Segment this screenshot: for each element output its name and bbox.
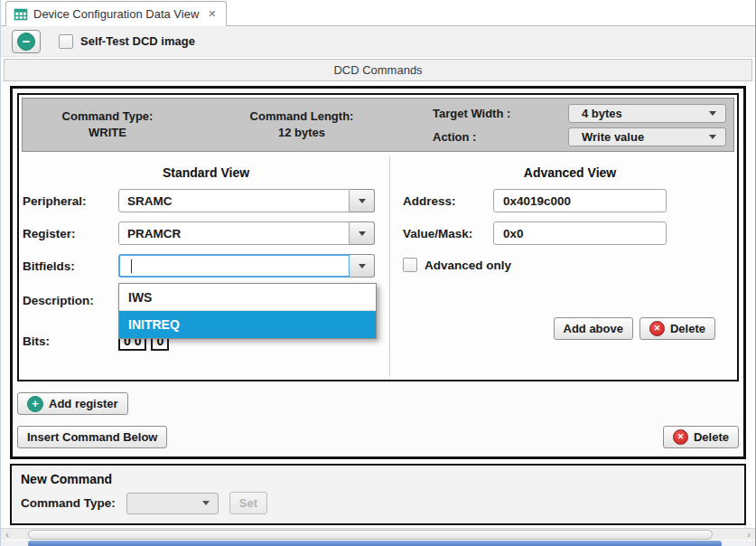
outer-scrollbar[interactable] [1, 541, 755, 546]
target-width-value: 4 bytes [582, 107, 622, 120]
self-test-dcd-row: Self-Test DCD image [59, 34, 195, 49]
bitfields-dropdown-button[interactable] [350, 254, 375, 278]
register-value: PRAMCR [118, 221, 350, 245]
bitfields-label: Bitfields: [23, 259, 118, 273]
collapse-button[interactable]: − [12, 30, 41, 53]
action-label: Action : [433, 130, 568, 144]
command-container: Command Type: WRITE Command Length: 12 b… [10, 86, 746, 459]
new-command-type-select[interactable] [126, 493, 219, 514]
command-length-value: 12 bytes [198, 125, 406, 141]
command-type-block: Command Type: WRITE [44, 108, 171, 141]
delete-x-icon: ✕ [673, 429, 688, 445]
standard-view-panel: Standard View Peripheral: SRAMC Register… [19, 155, 389, 377]
chevron-down-icon [709, 135, 716, 139]
command-options-block: Target Width : 4 bytes Action : Write va… [406, 104, 733, 146]
action-value: Write value [582, 130, 644, 144]
description-label: Description: [23, 294, 118, 307]
command-type-value: WRITE [44, 125, 171, 141]
peripheral-combo[interactable]: SRAMC [118, 189, 375, 212]
chevron-down-icon [359, 231, 366, 236]
bitfields-combo[interactable] [118, 254, 375, 278]
set-button[interactable]: Set [229, 492, 267, 514]
register-row: Register: PRAMCR [23, 221, 389, 245]
bitfields-row: Bitfields: [23, 254, 389, 278]
command-length-label: Command Length: [198, 108, 406, 125]
self-test-dcd-label: Self-Test DCD image [80, 34, 195, 48]
scrollbar-thumb[interactable] [28, 530, 713, 540]
target-width-label: Target Width : [433, 107, 568, 120]
chevron-down-icon [359, 199, 366, 203]
command-summary-header: Command Type: WRITE Command Length: 12 b… [22, 98, 734, 152]
advanced-only-label: Advanced only [425, 259, 511, 272]
advanced-view-title: Advanced View [403, 165, 737, 180]
peripheral-row: Peripheral: SRAMC [23, 189, 389, 212]
register-combo[interactable]: PRAMCR [118, 221, 375, 245]
horizontal-scrollbar[interactable]: ‹ › [1, 528, 755, 540]
value-mask-label: Value/Mask: [403, 227, 493, 240]
delete-command-button[interactable]: ✕ Delete [663, 426, 739, 448]
add-above-button[interactable]: Add above [554, 317, 633, 340]
target-width-select[interactable]: 4 bytes [568, 104, 726, 123]
insert-command-below-button[interactable]: Insert Command Below [17, 426, 167, 448]
bits-label: Bits: [23, 334, 118, 348]
view-toolbar: − Self-Test DCD image [1, 26, 755, 57]
editor-tab-bar: Device Configuration Data View ✕ [1, 0, 755, 26]
register-dropdown-button[interactable] [350, 221, 375, 245]
self-test-dcd-checkbox[interactable] [59, 34, 73, 49]
plus-circle-icon: + [27, 396, 43, 412]
add-register-button[interactable]: + Add register [17, 392, 128, 415]
tab-device-configuration-data-view[interactable]: Device Configuration Data View ✕ [5, 1, 227, 26]
new-command-box: New Command Command Type: Set [10, 464, 746, 525]
scroll-left-icon[interactable]: ‹ [2, 529, 13, 541]
command-length-block: Command Length: 12 bytes [198, 108, 406, 141]
advanced-only-checkbox[interactable] [403, 258, 417, 272]
chevron-down-icon [709, 111, 716, 116]
bitfields-input[interactable] [118, 254, 350, 278]
peripheral-label: Peripheral: [23, 194, 118, 208]
minus-circle-icon: − [17, 33, 35, 51]
chevron-down-icon [202, 501, 210, 505]
device-configuration-view: Device Configuration Data View ✕ − Self-… [0, 0, 756, 546]
text-cursor [131, 259, 132, 273]
standard-view-title: Standard View [23, 165, 389, 180]
advanced-view-panel: Advanced View Address: Value/Mask: Advan… [390, 155, 737, 377]
address-field[interactable] [493, 189, 667, 212]
register-buttons-row: Add above ✕ Delete [403, 317, 737, 340]
add-register-row: + Add register [17, 392, 743, 415]
tab-close-icon[interactable]: ✕ [208, 8, 216, 20]
value-mask-field[interactable] [493, 221, 667, 245]
advanced-only-row: Advanced only [403, 258, 737, 272]
command-columns: Standard View Peripheral: SRAMC Register… [19, 155, 737, 377]
delete-x-icon: ✕ [649, 321, 665, 336]
value-mask-row: Value/Mask: [403, 221, 737, 245]
new-command-row: Command Type: Set [21, 492, 735, 514]
scroll-right-icon[interactable]: › [743, 529, 754, 541]
command-type-label: Command Type: [44, 108, 171, 125]
new-command-type-label: Command Type: [21, 496, 116, 510]
dropdown-option-initreq[interactable]: INITREQ [119, 311, 376, 338]
dropdown-option-iws[interactable]: IWS [119, 284, 376, 311]
bitfields-dropdown-list: IWS INITREQ [118, 283, 377, 339]
new-command-title: New Command [21, 472, 735, 486]
command-buttons-row: Insert Command Below ✕ Delete [17, 426, 739, 448]
delete-register-button[interactable]: ✕ Delete [639, 317, 715, 340]
tab-title: Device Configuration Data View [33, 7, 199, 21]
action-select[interactable]: Write value [568, 127, 726, 146]
outer-scrollbar-thumb[interactable] [28, 541, 722, 546]
address-label: Address: [403, 194, 493, 208]
dcd-commands-header: DCD Commands [4, 59, 752, 81]
register-label: Register: [23, 227, 118, 240]
address-row: Address: [403, 189, 737, 212]
table-icon [14, 7, 28, 22]
command-box: Command Type: WRITE Command Length: 12 b… [17, 93, 739, 381]
peripheral-value: SRAMC [118, 189, 350, 212]
peripheral-dropdown-button[interactable] [350, 189, 375, 212]
chevron-down-icon [359, 264, 366, 268]
